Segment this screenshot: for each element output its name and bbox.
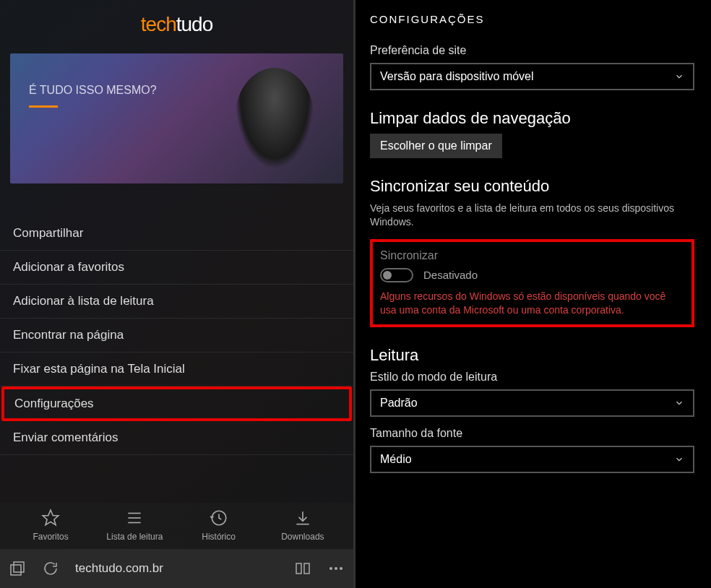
site-preference-label: Preferência de site [370,44,694,57]
font-size-value: Médio [380,453,412,466]
bottom-appbar: Favoritos Lista de leitura Histórico Dow… [0,503,353,549]
hero-title: É TUDO ISSO MESMO? [29,84,157,97]
menu-add-reading-list[interactable]: Adicionar à lista de leitura [0,285,353,319]
history-icon [210,509,228,527]
menu-find-on-page[interactable]: Encontrar na página [0,319,353,353]
svg-point-10 [335,567,337,570]
reading-style-label: Estilo do modo de leitura [370,371,694,384]
chevron-down-icon [674,398,684,408]
reading-style-value: Padrão [380,397,418,410]
svg-point-9 [329,567,332,570]
svg-rect-7 [11,565,21,575]
choose-what-to-clear-button[interactable]: Escolher o que limpar [370,134,502,158]
sync-toggle-label: Sincronizar [380,249,684,262]
sync-description: Veja seus favoritos e a lista de leitura… [370,202,694,229]
appbar-favorites[interactable]: Favoritos [18,509,83,542]
appbar-reading-list-label: Lista de leitura [106,532,163,542]
svg-marker-0 [43,510,59,525]
menu-add-favorites[interactable]: Adicionar a favoritos [0,251,353,285]
clear-data-heading: Limpar dados de navegação [370,109,694,128]
appbar-history-label: Histórico [202,532,236,542]
appbar-history[interactable]: Histórico [186,509,251,542]
toggle-thumb [383,271,392,280]
sync-toggle[interactable] [380,268,413,282]
svg-rect-8 [14,562,24,572]
menu-send-feedback[interactable]: Enviar comentários [0,421,353,455]
appbar-downloads-label: Downloads [281,532,324,542]
menu-share[interactable]: Compartilhar [0,217,353,251]
sync-heading: Sincronizar seu conteúdo [370,177,694,196]
refresh-icon[interactable] [42,560,59,577]
reading-heading: Leitura [370,346,694,365]
sync-toggle-state: Desativado [423,269,478,281]
settings-panel: CONFIGURAÇÕES Preferência de site Versão… [353,0,709,588]
font-size-select[interactable]: Médio [370,446,694,473]
url-text[interactable]: techtudo.com.br [75,561,278,576]
logo-tech: tech [141,13,176,35]
site-preference-select[interactable]: Versão para dispositivo móvel [370,63,694,90]
menu-pin-to-start[interactable]: Fixar esta página na Tela Inicial [0,353,353,386]
hero-image [235,68,314,169]
reading-mode-icon[interactable] [294,560,311,577]
chevron-down-icon [674,72,684,82]
appbar-downloads[interactable]: Downloads [270,509,335,542]
sync-warning-text: Alguns recursos do Windows só estão disp… [380,290,684,317]
list-icon [125,509,144,527]
appbar-reading-list[interactable]: Lista de leitura [102,509,167,542]
svg-point-11 [340,567,342,570]
hero-card[interactable]: É TUDO ISSO MESMO? [10,53,343,183]
font-size-label: Tamanho da fonte [370,427,694,440]
sync-highlight-box: Sincronizar Desativado Alguns recursos d… [370,239,694,327]
sync-toggle-row: Desativado [380,268,684,282]
menu-settings[interactable]: Configurações [1,386,352,421]
browser-menu-panel: techtudo É TUDO ISSO MESMO? Compartilhar… [0,0,353,588]
context-menu: Compartilhar Adicionar a favoritos Adici… [0,217,353,455]
tabs-icon[interactable] [9,560,26,577]
site-preference-value: Versão para dispositivo móvel [380,70,534,83]
chevron-down-icon [674,454,684,464]
more-icon[interactable] [327,560,345,577]
appbar-favorites-label: Favoritos [33,532,68,542]
hero-accent [29,105,58,108]
reading-style-select[interactable]: Padrão [370,389,694,417]
star-icon [41,509,60,527]
site-logo: techtudo [0,0,353,46]
logo-tudo: tudo [176,13,213,35]
settings-title: CONFIGURAÇÕES [370,13,694,25]
download-icon [293,509,312,527]
url-bar: techtudo.com.br [0,549,353,588]
